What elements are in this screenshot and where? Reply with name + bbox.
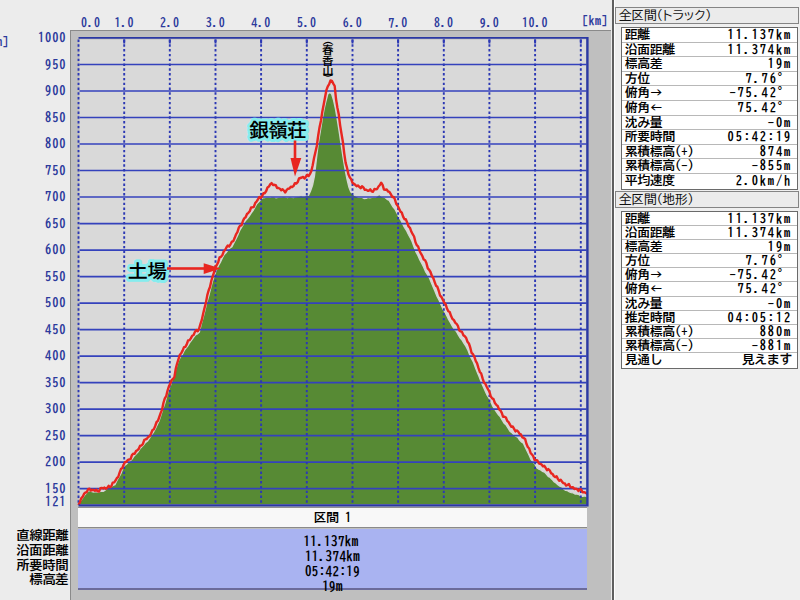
svg-text:）: ）: [323, 73, 334, 84]
svg-text:春: 春: [322, 44, 334, 55]
svg-text:香: 香: [322, 55, 334, 66]
svg-text:土場: 土場: [129, 261, 167, 280]
svg-text:銀嶺荘: 銀嶺荘: [250, 120, 307, 140]
